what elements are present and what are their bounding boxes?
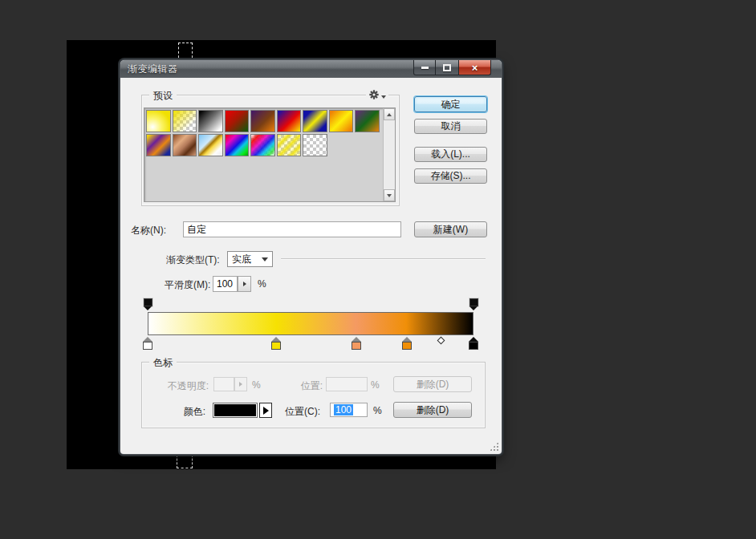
chevron-down-icon — [262, 257, 268, 261]
load-button[interactable]: 载入(L)... — [414, 147, 487, 162]
color-stop-body — [469, 342, 478, 350]
midpoint-diamond[interactable] — [437, 337, 445, 345]
preset-tile-violet-orange[interactable] — [250, 110, 275, 132]
color-label: 颜色: — [172, 405, 205, 419]
stops-group-label: 色标 — [149, 356, 177, 370]
preset-tile-yellow-violet-orange-blue[interactable] — [146, 134, 171, 156]
minimize-icon — [421, 67, 429, 69]
selected-text: 100 — [334, 404, 353, 415]
opacity-input — [213, 377, 234, 391]
smoothness-label: 平滑度(M): — [165, 278, 210, 292]
preset-tile-yellow-white[interactable] — [146, 110, 171, 132]
gradient-bar[interactable] — [148, 312, 474, 335]
smoothness-input[interactable] — [213, 276, 238, 292]
preset-scrollbar[interactable] — [383, 108, 395, 201]
ok-button[interactable]: 确定 — [414, 96, 487, 112]
opacity-label: 不透明度: — [149, 379, 209, 393]
new-button[interactable]: 新建(W) — [414, 221, 487, 237]
preset-tile-yellow-to-transparent[interactable] — [173, 110, 197, 132]
scroll-down-icon — [387, 194, 392, 197]
preset-tile-blue-yellow-blue[interactable] — [303, 110, 327, 132]
preset-tile-transparent-rainbow[interactable] — [250, 134, 275, 156]
preset-list — [144, 107, 396, 202]
presets-group-label: 预设 — [149, 89, 177, 103]
preset-tile-transparent-yellow-stripes[interactable] — [277, 134, 302, 156]
position-c-unit: % — [373, 405, 382, 416]
delete-color-stop-button[interactable]: 删除(D) — [393, 402, 472, 418]
opacity-stop-pointer — [144, 306, 152, 310]
preset-tile-purple-green-orange[interactable] — [355, 110, 380, 132]
preset-tile-rainbow[interactable] — [225, 134, 250, 156]
name-input[interactable] — [183, 221, 401, 237]
opacity-stop[interactable] — [143, 298, 153, 311]
opacity-stop-body — [469, 298, 478, 306]
color-swatch[interactable] — [213, 403, 258, 418]
save-button[interactable]: 存储(S)... — [414, 168, 487, 184]
scroll-up-icon — [387, 113, 392, 116]
close-icon: × — [472, 62, 478, 74]
smoothness-spinner-button[interactable] — [238, 276, 251, 292]
position-c-label: 位置(C): — [285, 405, 320, 419]
gradient-type-label: 渐变类型(T): — [166, 253, 220, 267]
maximize-icon — [443, 64, 451, 71]
preset-tile-blue-red-yellow[interactable] — [277, 110, 302, 132]
minimize-button[interactable] — [413, 60, 436, 75]
color-stop[interactable] — [271, 337, 282, 351]
color-stop-body — [402, 342, 412, 350]
gear-icon — [368, 89, 380, 100]
arrow-right-icon — [243, 282, 246, 286]
preset-tile-orange-yellow-orange[interactable] — [329, 110, 354, 132]
chevron-down-icon — [381, 95, 386, 99]
divider — [281, 258, 486, 260]
delete-opacity-stop-button: 删除(D) — [393, 376, 472, 392]
scroll-up-button[interactable] — [384, 108, 395, 120]
preset-grid — [146, 110, 382, 156]
presets-group: 预设 — [141, 95, 400, 206]
presets-menu-button[interactable] — [366, 89, 388, 100]
position-label: 位置: — [297, 379, 323, 393]
color-stop-body — [143, 342, 152, 350]
caption-buttons: × — [413, 60, 491, 75]
smoothness-unit: % — [258, 278, 266, 290]
scroll-down-button[interactable] — [384, 189, 395, 201]
gradient-type-value: 实底 — [232, 253, 251, 266]
preset-tile-red-green[interactable] — [225, 110, 250, 132]
color-stop[interactable] — [401, 337, 412, 351]
color-stop-body — [352, 342, 361, 350]
preset-tile-black-white[interactable] — [198, 110, 223, 132]
position-unit: % — [371, 379, 380, 391]
opacity-stop-row — [148, 298, 474, 311]
opacity-stop[interactable] — [469, 298, 479, 311]
position-c-input[interactable]: 100 — [330, 403, 368, 417]
resize-grip[interactable] — [490, 442, 498, 451]
color-stop-body — [271, 342, 281, 350]
color-stop[interactable] — [469, 337, 479, 351]
name-label: 名称(N): — [131, 224, 166, 237]
color-swatch-menu-button[interactable] — [259, 403, 272, 418]
opacity-spinner-button — [234, 377, 247, 391]
preset-tile-copper[interactable] — [173, 134, 197, 156]
color-stop[interactable] — [143, 337, 153, 351]
cancel-button[interactable]: 取消 — [414, 119, 487, 134]
color-stop[interactable] — [351, 337, 361, 351]
preset-tile-blue-gold-white[interactable] — [198, 134, 223, 156]
gradient-type-dropdown[interactable]: 实底 — [227, 251, 273, 267]
opacity-unit: % — [252, 379, 261, 391]
arrow-right-icon — [239, 382, 242, 387]
opacity-stop-pointer — [469, 306, 478, 310]
maximize-button[interactable] — [436, 60, 458, 75]
opacity-stop-body — [144, 298, 152, 306]
preset-tile-neutral-density[interactable] — [303, 134, 327, 156]
color-stop-row — [148, 337, 474, 351]
arrow-right-icon — [263, 407, 269, 415]
close-button[interactable]: × — [458, 60, 491, 75]
dialog-title: 渐变编辑器 — [120, 63, 178, 76]
position-input — [326, 377, 368, 391]
dialog-titlebar[interactable]: 渐变编辑器 × — [120, 60, 502, 78]
gradient-editor-dialog: 渐变编辑器 × 预设 确定 取消 载入( — [120, 60, 502, 454]
